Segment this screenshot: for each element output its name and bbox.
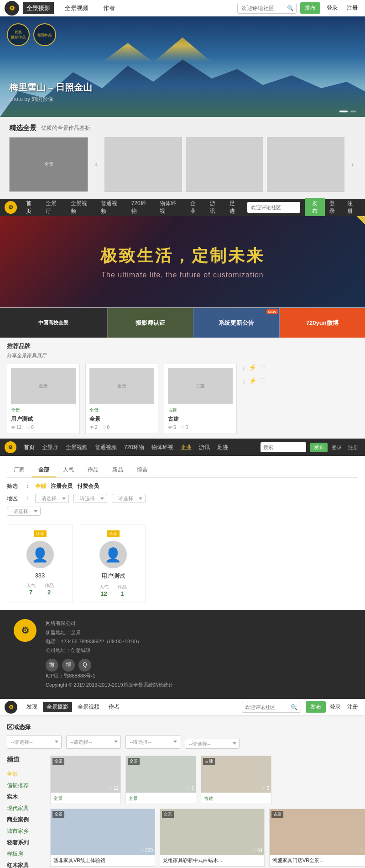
sidebar-item-model[interactable]: 样板房 — [7, 848, 43, 860]
top-register-button[interactable]: 注册 — [344, 3, 360, 13]
dot-1[interactable] — [339, 111, 348, 112]
nav4-item-discover[interactable]: 发现 — [23, 702, 41, 712]
nav3-item-gaming[interactable]: 游讯 — [196, 442, 213, 453]
cat-photographer[interactable]: 摄影师认证 — [108, 308, 193, 338]
side-action-heart2[interactable]: ♡ — [260, 377, 266, 386]
nav3-item-home[interactable]: 首页 — [21, 442, 37, 453]
sidebar-item-all[interactable]: 全部 — [7, 768, 43, 780]
content-wide-card-2[interactable]: 全景 ♡ 64 龙维家具崭新中式白蜡木... — [160, 809, 265, 867]
thumb-2[interactable] — [186, 137, 263, 192]
region-select-2[interactable]: --请选择-- — [66, 735, 121, 749]
nav2-search-input[interactable] — [251, 205, 292, 210]
dot-2[interactable] — [350, 111, 356, 112]
nav2-search-box[interactable] — [247, 202, 300, 213]
cat-weibo[interactable]: 720yun微博 — [280, 308, 365, 338]
brand-card-2[interactable]: 全景 全景 全景 👁 2 ♡ 0 — [85, 364, 158, 434]
filter-select-4[interactable]: --请选择-- — [7, 507, 41, 516]
side-action-heart[interactable]: ♡ — [260, 364, 266, 373]
nav2-item-footprint[interactable]: 足迹 — [226, 198, 244, 217]
nav4-search-input[interactable] — [245, 704, 291, 710]
gallery-next-arrow[interactable]: › — [349, 137, 356, 192]
nav2-item-object-env[interactable]: 物体环视 — [156, 198, 184, 217]
nav2-login-button[interactable]: 登录 — [327, 199, 343, 216]
nav2-item-panorama-hall[interactable]: 全景厅 — [42, 198, 65, 217]
gallery-prev-arrow[interactable]: ‹ — [93, 137, 99, 192]
nav4-register-button[interactable]: 注册 — [345, 702, 360, 712]
nav3-search-box[interactable] — [261, 442, 306, 452]
ent-tab-all[interactable]: 全部 — [31, 463, 56, 477]
sidebar-item-commercial[interactable]: 商业案例 — [7, 814, 43, 826]
nav2-logo[interactable]: ⚙ — [5, 201, 17, 214]
nav2-item-720env[interactable]: 720环物 — [128, 198, 155, 217]
filter-tag-all[interactable]: 全部 — [35, 482, 46, 490]
nav3-publish-button[interactable]: 发布 — [310, 443, 328, 452]
ent-tab-factory[interactable]: 厂家 — [7, 463, 31, 477]
region-select-1[interactable]: --请选择-- — [7, 735, 62, 749]
nav4-item-panorama-video[interactable]: 全景视频 — [74, 702, 103, 712]
nav3-logo[interactable]: ⚙ — [5, 441, 16, 453]
filter-select-2[interactable]: --请选择-- — [73, 494, 107, 503]
nav4-search-box[interactable]: 🔍 — [242, 702, 301, 713]
nav2-register-button[interactable]: 注册 — [344, 199, 360, 216]
sidebar-item-luxury[interactable]: 轻奢系列 — [7, 837, 43, 848]
featured-main-image[interactable]: 全景 — [9, 137, 88, 192]
nav3-item-panorama-video[interactable]: 全景视频 — [63, 442, 90, 453]
sidebar-item-modern[interactable]: 现代家具 — [7, 803, 43, 814]
nav3-item-footprint[interactable]: 足迹 — [214, 442, 231, 453]
top-login-button[interactable]: 登录 — [324, 3, 340, 13]
content-wide-card-3[interactable]: 古建 ♡ 127 鸿盛家具门店VR全景... — [269, 809, 365, 867]
ent-tab-new[interactable]: 新品 — [105, 463, 130, 477]
content-card-2[interactable]: 全景 ♡ 2 全景 — [125, 756, 196, 804]
region-select-4[interactable]: --请选择-- — [185, 739, 240, 749]
ent-card-1[interactable]: 认证 👤 333 人气 7 作品 2 — [7, 524, 73, 603]
thumb-3[interactable] — [267, 137, 344, 192]
ent-card-2[interactable]: 认证 👤 用户测试 人气 12 作品 1 — [80, 524, 146, 603]
thumb-1[interactable] — [104, 137, 182, 192]
filter-tag-paid[interactable]: 付费会员 — [77, 482, 99, 490]
sidebar-item-solid-wood[interactable]: 实木 — [7, 791, 43, 803]
nav4-item-panorama-photo[interactable]: 全景摄影 — [43, 702, 72, 712]
nav-link-panorama-photo[interactable]: 全景摄影 — [23, 2, 54, 14]
brand-card-3[interactable]: 古建 古建 古建 👁 5 ♡ 0 — [164, 364, 237, 434]
ent-tab-popular[interactable]: 人气 — [56, 463, 81, 477]
nav4-login-button[interactable]: 登录 — [328, 702, 343, 712]
nav3-login-button[interactable]: 登录 — [329, 443, 344, 452]
nav-link-author[interactable]: 作者 — [99, 2, 119, 14]
ent-tab-works[interactable]: 作品 — [81, 463, 105, 477]
cat-update[interactable]: 系统更新公告 NEW — [193, 308, 279, 338]
nav4-item-author[interactable]: 作者 — [105, 702, 123, 712]
nav3-item-object-env[interactable]: 物体环视 — [149, 442, 176, 453]
brand-card-1[interactable]: 全景 全景 用户测试 👁 12 ♡ 0 — [7, 364, 80, 434]
nav3-item-enterprise[interactable]: 企业 — [178, 442, 194, 453]
nav2-item-home[interactable]: 首页 — [22, 198, 40, 217]
filter-tag-registered[interactable]: 注册会员 — [51, 482, 73, 490]
nav2-item-panorama-video[interactable]: 全景视频 — [67, 198, 95, 217]
nav2-publish-button[interactable]: 发布 — [305, 198, 324, 217]
nav4-logo[interactable]: ⚙ — [5, 701, 17, 714]
social-icon-2[interactable]: 博 — [62, 659, 75, 672]
cat-college[interactable]: 中国高校全景 — [0, 308, 108, 338]
filter-select-3[interactable]: --请选择-- — [112, 494, 146, 503]
sidebar-item-city[interactable]: 城市家乡 — [7, 826, 43, 837]
nav2-item-gaming[interactable]: 游讯 — [206, 198, 224, 217]
nav3-register-button[interactable]: 注册 — [346, 443, 360, 452]
nav2-item-normal-video[interactable]: 普通视频 — [97, 198, 125, 217]
nav3-item-normal-video[interactable]: 普通视频 — [92, 442, 120, 453]
content-card-1[interactable]: 全景 ♡ 12 全景 — [50, 756, 121, 804]
region-select-3[interactable]: --请选择-- — [125, 735, 180, 749]
nav-link-panorama-video[interactable]: 全景视频 — [61, 2, 92, 14]
content-wide-card-1[interactable]: 全景 ♡ 820 菡非家具VR线上体验馆 — [50, 809, 155, 867]
side-action-prev[interactable]: ‹ — [242, 364, 245, 373]
nav3-search-input[interactable] — [263, 445, 300, 450]
nav4-publish-button[interactable]: 发布 — [306, 701, 326, 713]
filter-select-1[interactable]: --请选择-- — [35, 494, 69, 503]
site-logo[interactable]: ⚙ — [5, 1, 19, 16]
nav2-item-enterprise[interactable]: 企业 — [187, 198, 204, 217]
content-card-3[interactable]: 古建 ♡ 5 古建 — [201, 756, 271, 804]
ent-tab-combined[interactable]: 综合 — [130, 463, 155, 477]
side-action-prev2[interactable]: ‹ — [242, 377, 245, 386]
social-icon-3[interactable]: Q — [78, 659, 91, 672]
top-search-box[interactable]: 🔍 — [237, 3, 297, 14]
top-search-input[interactable] — [241, 5, 287, 11]
top-publish-button[interactable]: 发布 — [300, 2, 320, 14]
